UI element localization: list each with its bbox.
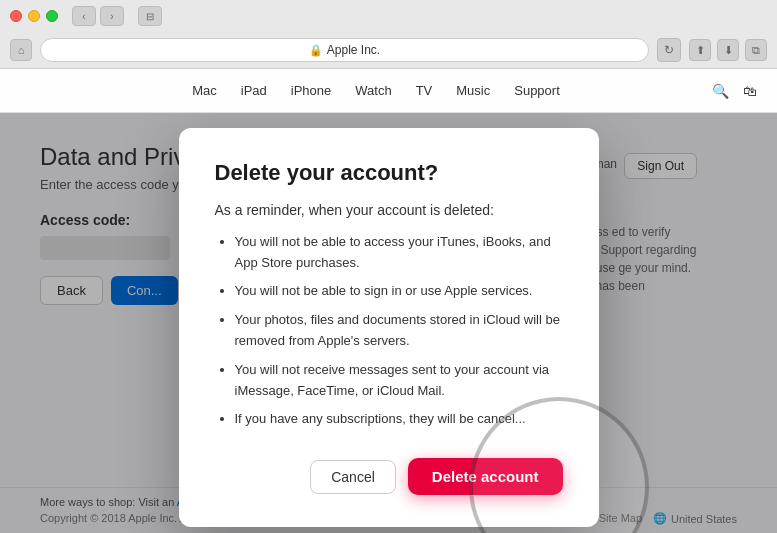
- toolbar-icons: ⬆ ⬇ ⧉: [689, 39, 767, 61]
- url-text: Apple Inc.: [327, 43, 380, 57]
- modal-intro: As a reminder, when your account is dele…: [215, 202, 563, 218]
- delete-account-button[interactable]: Delete account: [408, 458, 563, 495]
- bullet-1: You will not be able to access your iTun…: [235, 232, 563, 274]
- nav-item-mac[interactable]: Mac: [192, 83, 217, 98]
- cart-icon[interactable]: 🛍: [743, 83, 757, 99]
- close-button[interactable]: [10, 10, 22, 22]
- nav-items: Mac iPad iPhone Watch TV Music Support: [40, 83, 712, 98]
- modal-title: Delete your account?: [215, 160, 563, 186]
- bullet-2: You will not be able to sign in or use A…: [235, 281, 563, 302]
- nav-right: 🔍 🛍: [712, 83, 757, 99]
- window-button[interactable]: ⊟: [138, 6, 162, 26]
- cancel-button[interactable]: Cancel: [310, 460, 396, 494]
- search-icon[interactable]: 🔍: [712, 83, 729, 99]
- share-icon[interactable]: ⬆: [689, 39, 711, 61]
- apple-navbar: Mac iPad iPhone Watch TV Music Support 🔍…: [0, 69, 777, 113]
- minimize-button[interactable]: [28, 10, 40, 22]
- back-nav-button[interactable]: ‹: [72, 6, 96, 26]
- nav-item-watch[interactable]: Watch: [355, 83, 391, 98]
- nav-item-music[interactable]: Music: [456, 83, 490, 98]
- reload-button[interactable]: ↻: [657, 38, 681, 62]
- bullet-5: If you have any subscriptions, they will…: [235, 409, 563, 430]
- browser-chrome: ‹ › ⊟ ⌂ 🔒 Apple Inc. ↻ ⬆ ⬇ ⧉: [0, 0, 777, 69]
- modal-overlay: Delete your account? As a reminder, when…: [0, 113, 777, 533]
- nav-item-iphone[interactable]: iPhone: [291, 83, 331, 98]
- titlebar: ‹ › ⊟: [0, 0, 777, 32]
- download-icon[interactable]: ⬇: [717, 39, 739, 61]
- home-icon[interactable]: ⌂: [10, 39, 32, 61]
- maximize-button[interactable]: [46, 10, 58, 22]
- nav-item-tv[interactable]: TV: [416, 83, 433, 98]
- nav-item-ipad[interactable]: iPad: [241, 83, 267, 98]
- address-bar[interactable]: 🔒 Apple Inc.: [40, 38, 649, 62]
- forward-nav-button[interactable]: ›: [100, 6, 124, 26]
- page-wrapper: Data and Privacy Enter the access code y…: [0, 113, 777, 533]
- nav-item-support[interactable]: Support: [514, 83, 560, 98]
- tab-icon[interactable]: ⧉: [745, 39, 767, 61]
- nav-buttons: ‹ ›: [72, 6, 124, 26]
- delete-account-modal: Delete your account? As a reminder, when…: [179, 128, 599, 527]
- bullet-4: You will not receive messages sent to yo…: [235, 360, 563, 402]
- lock-icon: 🔒: [309, 44, 323, 57]
- bullet-3: Your photos, files and documents stored …: [235, 310, 563, 352]
- modal-actions: Cancel Delete account: [215, 458, 563, 495]
- browser-toolbar: ⌂ 🔒 Apple Inc. ↻ ⬆ ⬇ ⧉: [0, 32, 777, 68]
- modal-bullets: You will not be able to access your iTun…: [215, 232, 563, 430]
